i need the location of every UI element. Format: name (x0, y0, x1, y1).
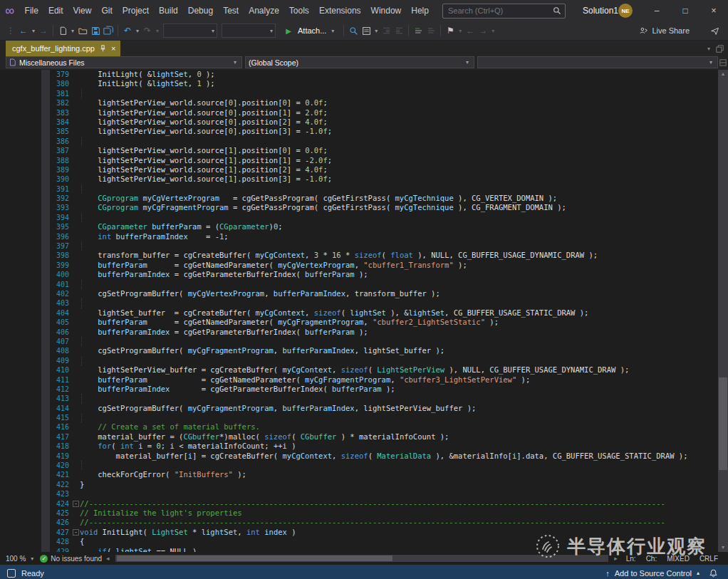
breakpoint-margin[interactable] (41, 394, 50, 403)
bookmark-dropdown-icon[interactable]: ▾ (457, 28, 464, 34)
find-in-files-icon[interactable] (347, 23, 360, 38)
pin-icon[interactable] (100, 45, 106, 52)
breakpoint-margin[interactable] (41, 127, 50, 136)
code-line[interactable]: 396 int bufferParamIndex = -1; (0, 232, 718, 241)
maximize-button[interactable]: □ (671, 0, 700, 21)
menu-project[interactable]: Project (118, 0, 154, 21)
breakpoint-margin[interactable] (41, 337, 50, 346)
scroll-left-icon[interactable]: ◂ (106, 555, 110, 562)
next-bookmark-icon[interactable]: → (477, 23, 489, 38)
search-input[interactable] (447, 6, 553, 16)
code-line[interactable]: 420 (0, 461, 718, 470)
scroll-down-icon[interactable]: ▾ (722, 543, 724, 552)
undo-icon[interactable]: ↶ (121, 23, 134, 38)
code-line[interactable]: 407 (0, 337, 718, 346)
code-line[interactable]: 381 (0, 89, 718, 98)
breakpoint-margin[interactable] (41, 70, 50, 79)
breakpoint-margin[interactable] (41, 470, 50, 479)
menu-test[interactable]: Test (218, 0, 244, 21)
code-line[interactable]: 393 CGprogram myCgFragmentProgram = cgGe… (0, 203, 718, 212)
code-line[interactable]: 399 bufferParam = cgGetNamedParameter( m… (0, 261, 718, 270)
undo-dropdown-icon[interactable]: ▾ (134, 28, 141, 34)
zoom-dropdown-icon[interactable]: ▾ (28, 555, 36, 562)
toolbar-grip-icon[interactable]: ⋮ (4, 23, 17, 38)
navigate-forward-icon[interactable]: → (37, 23, 50, 38)
tab-close-icon[interactable]: × (111, 44, 115, 53)
code-line[interactable]: 422} (0, 480, 718, 489)
scope-dropdown[interactable]: (Global Scope) ▾ (245, 56, 474, 68)
code-editor[interactable]: 379 InitLight( &lightSet, 0 );380 InitLi… (0, 70, 728, 552)
breakpoint-margin[interactable] (41, 251, 50, 260)
solution-platforms-dropdown[interactable]: ▾ (222, 24, 276, 38)
code-line[interactable]: 414 cgSetProgramBuffer( myCgFragmentProg… (0, 404, 718, 413)
breakpoint-margin[interactable] (41, 98, 50, 108)
breakpoint-margin[interactable] (41, 108, 50, 118)
menu-tools[interactable]: Tools (284, 0, 314, 21)
code-line[interactable]: 384 lightSetPerView_world.source[0].posi… (0, 118, 718, 127)
code-line[interactable]: 426//-----------------------------------… (0, 518, 718, 527)
code-line[interactable]: 403 (0, 298, 718, 308)
breakpoint-margin[interactable] (41, 137, 50, 146)
new-file-icon[interactable] (56, 23, 69, 38)
code-line[interactable]: 424//-----------------------------------… (0, 499, 718, 508)
breakpoint-margin[interactable] (41, 156, 50, 165)
menu-extensions[interactable]: Extensions (314, 0, 366, 21)
code-line[interactable]: 404 lightSet_buffer = cgCreateBuffer( my… (0, 308, 718, 318)
code-line[interactable]: 392 CGprogram myCgVertexProgram = cgGetP… (0, 194, 718, 203)
breakpoint-margin[interactable] (41, 356, 50, 365)
breakpoint-margin[interactable] (41, 528, 50, 537)
code-line[interactable]: 409 (0, 356, 718, 365)
menu-git[interactable]: Git (96, 0, 117, 21)
breakpoint-margin[interactable] (41, 270, 50, 279)
previous-bookmark-icon[interactable]: ← (464, 23, 477, 38)
menu-file[interactable]: File (20, 0, 43, 21)
menu-help[interactable]: Help (406, 0, 434, 21)
code-line[interactable]: 419 material_buffer[i] = cgCreateBuffer(… (0, 452, 718, 461)
comment-lines-icon[interactable] (412, 23, 425, 38)
breakpoint-margin[interactable] (41, 547, 50, 552)
breakpoint-margin[interactable] (41, 165, 50, 174)
menu-edit[interactable]: Edit (43, 0, 68, 21)
code-line[interactable]: 410 lightSetPerView_buffer = cgCreateBuf… (0, 365, 718, 375)
tab-cgfx-buffer-lighting[interactable]: cgfx_buffer_lighting.cpp × (6, 41, 120, 56)
code-line[interactable]: 383 lightSetPerView_world.source[0].posi… (0, 108, 718, 118)
active-files-dropdown-icon[interactable]: ▾ (707, 46, 710, 52)
breakpoint-margin[interactable] (41, 452, 50, 461)
breakpoint-margin[interactable] (41, 194, 50, 203)
code-line[interactable]: 412 bufferParamIndex = cgGetParameterBuf… (0, 385, 718, 394)
notifications-bell-icon[interactable] (709, 568, 718, 578)
breakpoint-margin[interactable] (41, 289, 50, 298)
breakpoint-margin[interactable] (41, 442, 50, 451)
code-line[interactable]: 400 bufferParamIndex = cgGetParameterBuf… (0, 270, 718, 279)
live-share-button[interactable]: Live Share (639, 26, 690, 36)
quick-search-box[interactable] (442, 4, 566, 19)
breakpoint-margin[interactable] (41, 385, 50, 394)
vertical-scrollbar-track[interactable] (718, 78, 728, 543)
code-line[interactable]: 391 (0, 184, 718, 194)
code-line[interactable]: 402 cgSetProgramBuffer( myCgVertexProgra… (0, 289, 718, 298)
increase-indent-icon[interactable] (392, 23, 405, 38)
code-line[interactable]: 398 transform_buffer = cgCreateBuffer( m… (0, 251, 718, 260)
breakpoint-margin[interactable] (41, 318, 50, 327)
breakpoint-margin[interactable] (41, 413, 50, 422)
document-health-indicator[interactable]: ✓ No issues found (40, 555, 102, 563)
decrease-indent-icon[interactable] (380, 23, 392, 38)
breakpoint-margin[interactable] (41, 232, 50, 241)
code-line[interactable]: 389 lightSetPerView_world.source[1].posi… (0, 165, 718, 174)
breakpoint-margin[interactable] (41, 79, 50, 88)
breakpoint-margin[interactable] (41, 404, 50, 413)
member-dropdown[interactable]: ▾ (477, 56, 718, 68)
bookmark-window-dropdown-icon[interactable]: ▾ (489, 28, 496, 34)
breakpoint-margin[interactable] (41, 432, 50, 442)
scroll-up-icon[interactable]: ▴ (722, 70, 724, 78)
breakpoint-margin[interactable] (41, 537, 50, 546)
menu-window[interactable]: Window (366, 0, 407, 21)
vertical-scrollbar-thumb[interactable] (719, 377, 727, 470)
open-file-icon[interactable] (76, 23, 89, 38)
breakpoint-margin[interactable] (41, 213, 50, 222)
navigate-back-dropdown-icon[interactable]: ▾ (30, 28, 37, 34)
breakpoint-margin[interactable] (41, 89, 50, 98)
solution-configurations-dropdown[interactable]: ▾ (163, 24, 217, 38)
attach-button[interactable]: ▶ Attach... ▾ (278, 23, 340, 38)
code-line[interactable]: 388 lightSetPerView_world.source[1].posi… (0, 156, 718, 165)
